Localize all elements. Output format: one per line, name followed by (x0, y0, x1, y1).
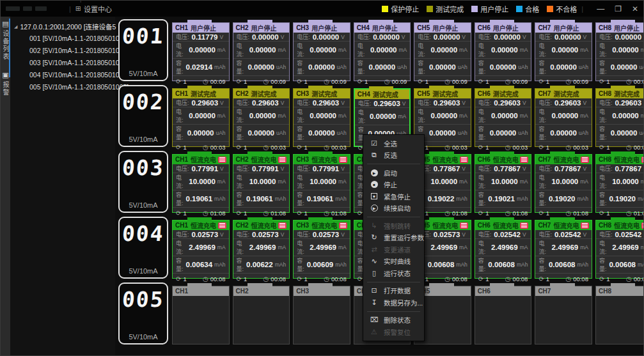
channel-card-002-CH1[interactable]: CH1测试完成电压:0.29603V电流:0.00000mA容量:0.00000… (172, 88, 230, 147)
channel-card-001-CH2[interactable]: CH2用户停止电压:0.00000V电流:0.00000mA容量:0.00000… (233, 22, 290, 81)
channel-card-005-CH7[interactable]: CH7 (535, 286, 592, 344)
stat-value: 0.19061 (186, 195, 213, 203)
channel-status-label: 测试完成 (614, 89, 640, 98)
context-menu-item-打开数据[interactable]: ⊡打开数据 (363, 285, 424, 297)
device-display-004[interactable]: 0045V/10mA (118, 217, 168, 279)
elapsed-time: ◷01:08 (444, 210, 467, 217)
channel-card-005-CH8[interactable]: CH8 (595, 286, 644, 344)
channel-card-004-CH8[interactable]: CH8恒流充电电压:0.02542V电流:2.49969mA容量:0.00608… (595, 220, 644, 279)
loop-icon: ⟳ (538, 144, 544, 151)
tree-expand-icon[interactable]: ◢ (14, 24, 17, 29)
channel-card-002-CH8[interactable]: CH8测试完成电压:0.29603V电流:0.00000mA容量:0.00000… (595, 88, 644, 147)
loop-count: ⟳1 (176, 144, 187, 151)
stat-unit: uAh (639, 64, 644, 70)
channel-card-001-CH6[interactable]: CH6用户停止电压:0.00000V电流:0.00000mA容量:0.00000… (475, 22, 532, 81)
stat-unit: mA (278, 178, 286, 185)
channel-card-004-CH1[interactable]: CH1恒流充电电压:0.02573V电流:2.49969mA容量:0.00634… (172, 220, 230, 279)
device-display-003[interactable]: 0035V/10mA (118, 151, 168, 213)
loop-count: ⟳1 (176, 78, 187, 85)
device-display-002[interactable]: 0025V/10mA (118, 85, 168, 147)
elapsed-time: ◷01:08 (505, 210, 528, 217)
context-menu-item-紧急停止[interactable]: ■紧急停止 (363, 190, 424, 203)
device-display-001[interactable]: 0015V/10mA (118, 19, 168, 81)
channel-status-label: 恒流充电 (493, 155, 519, 164)
context-menu-item-反选[interactable]: ⧉反选 (363, 150, 424, 162)
stat-value: 10.0000 (430, 178, 457, 185)
channel-card-002-CH6[interactable]: CH6测试完成电压:0.29603V电流:0.00000mA容量:0.00000… (475, 88, 532, 147)
tree-item-1[interactable]: 001 [5V/10mA-1.1-20180501001] (14, 33, 114, 45)
context-menu-item-停止[interactable]: ■停止 (363, 179, 424, 191)
channel-card-001-CH3[interactable]: CH3用户停止电压:0.00000V电流:0.00000mA容量:0.00000… (293, 22, 350, 81)
loop-value: 1 (606, 210, 609, 217)
channel-name: CH3 (296, 222, 309, 229)
menubar-item-设置中心[interactable]: ⊞设置中心 (75, 4, 113, 14)
legend-swatch (471, 6, 478, 12)
stat-unit: V (220, 231, 224, 238)
channel-card-002-CH3[interactable]: CH3测试完成电压:0.29603V电流:0.00000mA容量:0.00000… (293, 88, 350, 147)
channel-card-004-CH7[interactable]: CH7恒流充电电压:0.02542V电流:2.49969mA容量:0.00608… (535, 220, 592, 279)
channel-card-003-CH2[interactable]: CH2恒流充电电压:0.77991V电流:10.0000mA容量:0.19061… (233, 154, 290, 213)
context-menu-item-全选[interactable]: ☑全选 (363, 137, 424, 150)
time-value: 01:08 (452, 210, 467, 217)
close-button[interactable]: ✕ (632, 4, 638, 13)
stat-value: 10.0000 (249, 178, 276, 185)
channel-card-001-CH7[interactable]: CH7用户停止电压:0.00000V电流:0.00000mA容量:0.00000… (535, 22, 592, 81)
channel-card-004-CH6[interactable]: CH6恒流充电电压:0.02542V电流:2.49969mA容量:0.00608… (475, 220, 532, 279)
loop-count: ⟳1 (237, 144, 247, 151)
channel-card-004-CH3[interactable]: CH3恒流充电电压:0.02573V电流:2.49969mA容量:0.00609… (293, 220, 350, 279)
channel-card-005-CH1[interactable]: CH1 (172, 286, 230, 344)
clock-icon: ◷ (626, 275, 632, 282)
channel-card-002-CH2[interactable]: CH2测试完成电压:0.29603V电流:0.00000mA容量:0.00000… (233, 88, 290, 147)
maximize-button[interactable]: ❐ (615, 4, 622, 13)
loop-count: ⟳1 (599, 210, 610, 217)
context-menu-item-续接启动[interactable]: ▶续接启动 (363, 203, 424, 215)
context-menu-separator (367, 311, 420, 312)
stat-unit: V (522, 166, 526, 172)
loop-icon: ⟳ (538, 78, 544, 85)
tree-root-node[interactable]: ◢127.0.0.1:2001,2000 [连接设备5 台] (14, 20, 114, 33)
channel-footer: ⟳1◷00:09 (233, 76, 290, 86)
channel-card-005-CH2[interactable]: CH2 (233, 286, 290, 344)
stat-label: 电压: (478, 33, 492, 41)
context-menu-item-实时曲线[interactable]: ∿实时曲线 (363, 256, 424, 268)
channel-card-003-CH1[interactable]: CH1恒流充电电压:0.77991V电流:10.0000mA容量:0.19061… (172, 154, 230, 213)
channel-name: CH3 (296, 288, 309, 295)
channel-card-003-CH3[interactable]: CH3恒流充电电压:0.77991V电流:10.0000mA容量:0.19061… (293, 154, 350, 213)
minimize-button[interactable]: — (597, 4, 604, 13)
device-row-001: 0015V/10mACH1用户停止电压:0.11779V电流:0.00000mA… (118, 19, 644, 81)
channel-card-003-CH7[interactable]: CH7恒流充电电压:0.77867V电流:10.0000mA容量:0.19020… (535, 154, 592, 213)
channel-card-001-CH1[interactable]: CH1用户停止电压:0.11779V电流:0.00000mA容量:0.02914… (172, 22, 230, 81)
context-menu-item-启动[interactable]: ▶启动 (363, 167, 424, 179)
channel-card-001-CH4[interactable]: CH4用户停止电压:0.00000V电流:0.00000mA容量:0.00000… (354, 22, 411, 81)
channel-card-005-CH3[interactable]: CH3 (293, 286, 350, 344)
stat-value: 0.19020 (609, 195, 636, 203)
channel-card-002-CH7[interactable]: CH7测试完成电压:0.29603V电流:0.00000mA容量:0.00000… (535, 88, 592, 147)
loop-value: 1 (485, 144, 489, 151)
channel-card-003-CH6[interactable]: CH6恒流充电电压:0.77867V电流:10.0000mA容量:0.19021… (475, 154, 532, 213)
context-menu-item-数据另存为...[interactable]: ↧数据另存为... (363, 297, 424, 309)
tree-item-5[interactable]: 005 [5V/10mA-1.1-20180501005] (14, 81, 114, 93)
channel-footer: ⟳1◷00:08 (535, 274, 592, 284)
tree-item-3[interactable]: 003 [5V/10mA-1.1-20180501003] (14, 57, 114, 69)
context-menu-item-运行状态[interactable]: ▯运行状态 (363, 267, 424, 279)
legend-item-合格: 合格 (516, 4, 539, 14)
context-menu-item-重置运行参数[interactable]: ↻重置运行参数 (363, 232, 424, 244)
device-display-005[interactable]: 0055V/10mA (118, 282, 168, 344)
stat-label: 电流: (297, 42, 307, 58)
stat-value: 0.00000 (430, 112, 457, 120)
tree-item-2[interactable]: 002 [5V/10mA-1.1-20180501002] (14, 45, 114, 57)
channel-card-001-CH8[interactable]: CH8用户停止电压:0.00000V电流:0.00000mA容量:0.00000… (595, 22, 644, 81)
channel-card-001-CH5[interactable]: CH5用户停止电压:0.00000V电流:0.00000mA容量:0.00000… (414, 22, 471, 81)
tree-item-4[interactable]: 004 [5V/10mA-1.1-20180501004] (14, 69, 114, 81)
reset-run-params-icon: ↻ (369, 233, 379, 242)
stat-voltage: 电压:0.77991V (233, 164, 290, 173)
context-menu-item-删除状态[interactable]: ⌧删除状态 (363, 314, 424, 327)
channel-card-003-CH8[interactable]: CH8恒流充电电压:0.77867V电流:10.0000mA容量:0.19020… (595, 154, 644, 213)
resume-start-icon: ▶ (369, 205, 379, 212)
time-value: 00:03 (271, 144, 286, 151)
stat-unit: V (402, 100, 406, 107)
channel-card-004-CH2[interactable]: CH2恒流充电电压:0.02573V电流:2.49969mA容量:0.00622… (233, 220, 290, 279)
channel-header: CH1测试完成 (173, 89, 229, 98)
channel-card-005-CH6[interactable]: CH6 (475, 286, 532, 344)
stat-unit: mA (520, 112, 528, 119)
